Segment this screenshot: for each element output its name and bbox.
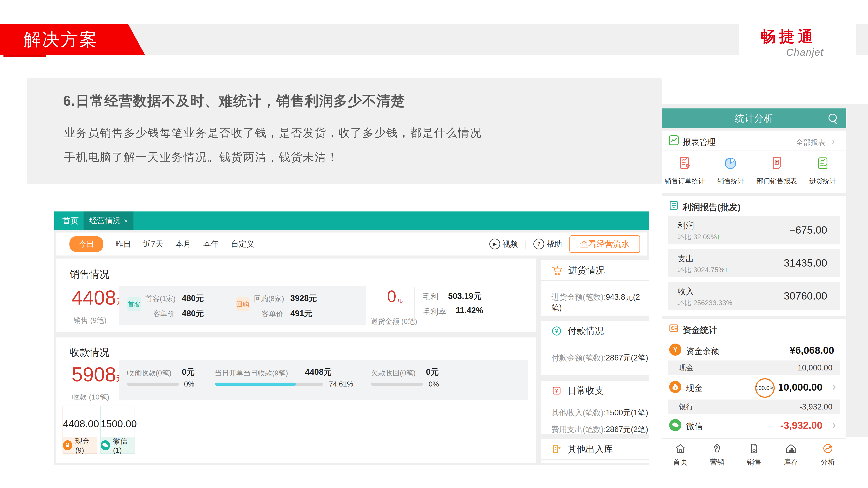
receipts-amount-number: 5908 [72, 363, 116, 385]
nav-analysis[interactable]: 分析 [809, 438, 846, 471]
help-icon[interactable]: ? [533, 238, 544, 250]
profit-mom-label: 环比 32.09% [678, 233, 717, 241]
filter-month[interactable]: 本月 [175, 239, 191, 250]
nav-home[interactable]: 首页 [662, 438, 699, 471]
svg-text:¥: ¥ [687, 164, 688, 167]
bank-subrow: 银行 -3,932.00 [668, 399, 840, 414]
repeat-customer-label: 回购(8家) [254, 294, 284, 304]
stat-prepaid-label: 收预收款(0笔) [127, 368, 172, 378]
income-row-label: 收入 [678, 286, 694, 297]
chart-square-icon [669, 135, 679, 145]
svg-text:¥: ¥ [555, 388, 558, 394]
cash-row-value: 10,000.00 [778, 381, 823, 393]
nav-sales[interactable]: 销售 [736, 438, 773, 471]
daily-inout-card: ¥ 日常收支 其他收入(笔数):1500元(1笔) 费用支出(笔数):2867元… [541, 381, 649, 434]
profit-report-title: 利润报告(批发) [683, 201, 741, 213]
filter-7days[interactable]: 近7天 [143, 239, 163, 250]
receipts-detail-box: 收预收款(0笔) 0元 0% 当日开单当日收款(9笔) 4408元 74.61%… [119, 360, 528, 400]
expense-row[interactable]: 支出 环比 3024.75%↑ 31435.00 [668, 249, 840, 278]
repeat-price-value: 491元 [290, 308, 312, 319]
gross-rate-label: 毛利率 [423, 307, 446, 317]
video-link[interactable]: 视频 [502, 239, 518, 250]
filter-today[interactable]: 今日 [69, 236, 103, 252]
gross-profit-label: 毛利 [423, 292, 438, 302]
report-icon-dept[interactable]: 部门销售报表 [754, 156, 800, 186]
income-mom-label: 环比 256233.33% [678, 299, 733, 307]
funds-divider [668, 338, 840, 338]
profit-value: −675.00 [789, 224, 827, 236]
profit-report-card: 利润报告(批发) 利润 环比 32.09%↑ −675.00 支出 环比 302… [662, 196, 846, 316]
repeat-price-label: 客单价 [262, 309, 283, 319]
bank-subrow-value: -3,932.00 [799, 402, 832, 412]
cash-row[interactable]: ¥ 现金 100.0% 10,000.00 › [662, 376, 846, 398]
refund-amount: 0元 [373, 287, 416, 305]
sales-amount: 4408元 [72, 286, 124, 309]
sales-amount-number: 4408 [72, 287, 116, 308]
pay-circle-icon: ¥ [551, 326, 562, 336]
daily-yen-icon: ¥ [551, 385, 562, 396]
inout-icon [551, 444, 562, 454]
wechat-row[interactable]: 微信 -3,932.00 › [662, 416, 846, 436]
toolbar-separator: ｜ [522, 239, 529, 250]
help-link[interactable]: 帮助 [547, 239, 562, 250]
stat-sameday-value: 4408元 [305, 366, 332, 378]
close-icon[interactable]: × [124, 217, 128, 225]
play-icon[interactable]: ▶ [489, 238, 500, 250]
profit-label: 利润 [678, 220, 694, 231]
report-icon-sales[interactable]: 销售统计 [708, 156, 754, 186]
nav-inventory[interactable]: 库存 [773, 438, 809, 471]
wechat-row-label: 微信 [686, 421, 703, 432]
up-arrow-icon: ↑ [717, 233, 720, 241]
profit-row[interactable]: 利润 环比 32.09%↑ −675.00 [668, 216, 840, 245]
wechat-card-amount: 1500.00 [101, 418, 134, 430]
first-customer-badge: 首客 [127, 297, 141, 311]
filter-custom[interactable]: 自定义 [231, 239, 254, 250]
cash-row-label: 现金 [686, 383, 703, 394]
nav-marketing[interactable]: $ 营销 [699, 438, 736, 471]
tab-home[interactable]: 首页 [59, 212, 83, 230]
tab-business-status[interactable]: 经营情况 × [84, 212, 133, 230]
other-income-line: 其他收入(笔数):1500元(1笔) [541, 408, 649, 418]
cart-icon [551, 265, 563, 275]
report-icon-order[interactable]: ¥ 销售订单统计 [662, 156, 708, 186]
wechat-card[interactable]: 1500.00 微信(1) [100, 405, 135, 454]
purchase-amount-label: 进货金额(笔数): [551, 293, 606, 301]
search-icon[interactable] [829, 113, 837, 122]
page-title: 6.日常经营数据不及时、难统计，销售利润多少不清楚 [63, 92, 405, 110]
intro-box: 6.日常经营数据不及时、难统计，销售利润多少不清楚 业务员销售多少钱每笔业务是否… [27, 78, 662, 184]
income-row-value: 30760.00 [784, 290, 827, 302]
stat-sameday-label: 当日开单当日收款(9笔) [215, 368, 288, 378]
filter-year[interactable]: 本年 [203, 239, 219, 250]
phone-header: 统计分析 [662, 108, 846, 128]
purchase-amount-line: 进货金额(笔数):943.8元(2笔) [541, 292, 649, 313]
all-reports-link[interactable]: 全部报表 [796, 137, 826, 148]
report-icon-purchase[interactable]: 进货统计 [800, 156, 846, 186]
wechat-row-value: -3,932.00 [780, 419, 823, 431]
svg-text:$: $ [716, 446, 718, 450]
other-income-value: 1500元(1笔) [606, 408, 648, 417]
income-row[interactable]: 收入 环比 256233.33%↑ 30760.00 [668, 282, 840, 311]
expense-mom-label: 环比 3024.75% [678, 266, 724, 274]
sales-section: 销售情况 4408元 销售 (9笔) 首客 首客(1家) 480元 客单价 48… [56, 259, 536, 332]
other-income-label: 其他收入(笔数): [551, 408, 606, 417]
filter-yesterday[interactable]: 昨日 [116, 239, 131, 250]
cash-card[interactable]: 4408.00 ¥ 现金(9) [62, 405, 97, 454]
dashboard-toolbar: 今日 昨日 近7天 本月 本年 自定义 ▶ 视频 ｜ ? 帮助 查看经营流水 [56, 232, 647, 256]
expense-label: 费用支出(笔数): [551, 425, 606, 434]
report-icon-dept-label: 部门销售报表 [757, 176, 797, 186]
chevron-right-icon: › [832, 418, 836, 431]
payment-amount-label: 付款金额(笔数): [551, 353, 606, 362]
view-flow-button[interactable]: 查看经营流水 [569, 235, 640, 253]
sales-heading: 销售情况 [69, 268, 110, 281]
repeat-customer-badge: 回购 [236, 297, 250, 311]
cash-coin-icon: ¥ [63, 440, 72, 450]
chevron-right-icon: › [832, 136, 835, 147]
report-icons-row: ¥ 销售订单统计 销售统计 部门销售报表 进货统计 [662, 156, 846, 186]
cash-subrow-label: 现金 [679, 363, 693, 373]
refund-label: 退货金额 (0笔) [371, 317, 417, 326]
intro-line-1: 业务员销售多少钱每笔业务是否收了钱，是否发货，收了多少钱，都是什么情况 [64, 125, 482, 140]
up-arrow-icon: ↑ [724, 266, 728, 274]
stat-prepaid-bar [127, 383, 179, 386]
expense-value: 2867元(2笔) [606, 425, 648, 434]
refund-unit: 元 [396, 296, 403, 303]
